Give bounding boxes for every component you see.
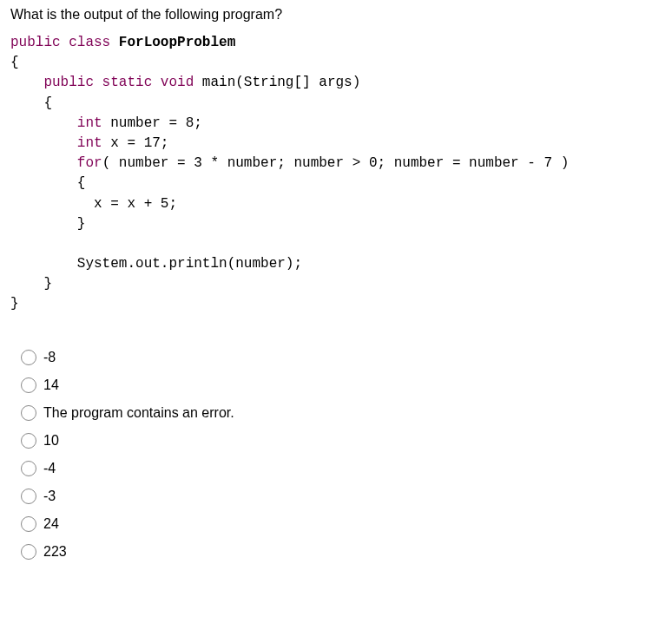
radio-icon	[21, 544, 36, 560]
option-label: 223	[43, 544, 67, 560]
code-brace: {	[10, 55, 19, 70]
code-text: number = 8;	[102, 115, 202, 131]
option-4[interactable]: -4	[21, 461, 662, 476]
keyword-int: int	[10, 135, 102, 151]
option-label: 24	[43, 516, 59, 532]
option-7[interactable]: 223	[21, 544, 662, 560]
options-group: -8 14 The program contains an error. 10 …	[10, 350, 662, 560]
keyword-public: public	[10, 75, 94, 90]
code-text: x = x + 5;	[10, 196, 177, 212]
keyword-int: int	[10, 115, 102, 131]
option-0[interactable]: -8	[21, 350, 662, 365]
radio-icon	[21, 489, 36, 504]
radio-icon	[21, 461, 36, 476]
keyword-for: for	[10, 155, 102, 171]
option-2[interactable]: The program contains an error.	[21, 405, 662, 421]
keyword-public: public	[10, 35, 61, 50]
option-5[interactable]: -3	[21, 489, 662, 504]
option-label: -8	[43, 350, 56, 365]
radio-icon	[21, 405, 36, 421]
radio-icon	[21, 433, 36, 449]
code-brace: {	[10, 175, 85, 191]
radio-icon	[21, 377, 36, 393]
option-3[interactable]: 10	[21, 433, 662, 449]
code-brace: }	[10, 296, 19, 312]
code-brace: }	[10, 276, 52, 292]
option-label: -4	[43, 461, 56, 476]
code-text: ( number = 3 * number; number > 0; numbe…	[102, 155, 570, 171]
method-sig: main(String[] args)	[194, 75, 360, 90]
code-brace: {	[10, 95, 52, 111]
keyword-void: void	[152, 75, 194, 90]
radio-icon	[21, 350, 36, 365]
radio-icon	[21, 516, 36, 532]
code-brace: }	[10, 216, 85, 232]
option-1[interactable]: 14	[21, 377, 662, 393]
question-text: What is the output of the following prog…	[10, 7, 662, 23]
code-text: x = 17;	[102, 135, 169, 151]
option-label: -3	[43, 489, 56, 504]
code-block: public class ForLoopProblem { public sta…	[10, 33, 662, 315]
keyword-class: class	[61, 35, 119, 50]
keyword-static: static	[94, 75, 152, 90]
class-name: ForLoopProblem	[119, 35, 235, 50]
option-6[interactable]: 24	[21, 516, 662, 532]
option-label: 14	[43, 377, 59, 393]
option-label: 10	[43, 433, 59, 449]
option-label: The program contains an error.	[43, 405, 234, 421]
code-text: System.out.println(number);	[10, 256, 302, 272]
